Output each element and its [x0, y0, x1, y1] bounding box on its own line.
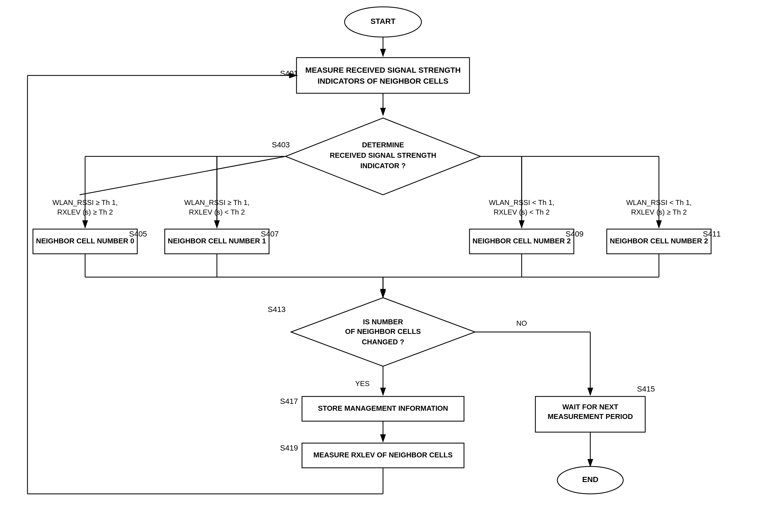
s413-text2: OF NEIGHBOR CELLS — [345, 327, 421, 336]
s405-label: S405 — [129, 230, 147, 238]
s405-text: NEIGHBOR CELL NUMBER 0 — [36, 237, 134, 245]
cond1-line1: WLAN_RSSI ≥ Th 1, — [52, 198, 118, 207]
s409-text: NEIGHBOR CELL NUMBER 2 — [473, 237, 571, 245]
yes-label: YES — [355, 379, 369, 388]
s407-text: NEIGHBOR CELL NUMBER 1 — [168, 237, 266, 245]
s419-text: MEASURE RXLEV OF NEIGHBOR CELLS — [313, 451, 453, 459]
cond3-line2: RXLEV (s) < Th 2 — [494, 208, 550, 216]
s403-text3: INDICATOR ? — [360, 162, 406, 170]
s415-label: S415 — [637, 385, 655, 393]
s413-text1: IS NUMBER — [363, 318, 403, 326]
s407-label: S407 — [261, 230, 279, 238]
s401-text1: MEASURE RECEIVED SIGNAL STRENGTH — [305, 66, 461, 74]
s417-label: S417 — [280, 397, 298, 406]
end-label: END — [582, 475, 598, 484]
s403-label: S403 — [272, 140, 290, 149]
s415-text1: WAIT FOR NEXT — [562, 403, 618, 411]
start-label: START — [370, 17, 396, 26]
cond4-line2: RXLEV (s) ≥ Th 2 — [631, 208, 687, 216]
cond2-line1: WLAN_RSSI ≥ Th 1, — [184, 198, 249, 207]
flowchart-container: START MEASURE RECEIVED SIGNAL STRENGTH I… — [0, 0, 766, 532]
s401-text2: INDICATORS OF NEIGHBOR CELLS — [318, 77, 449, 85]
s411-text: NEIGHBOR CELL NUMBER 2 — [610, 237, 708, 245]
svg-line-3 — [80, 156, 285, 195]
cond3-line1: WLAN_RSSI < Th 1, — [489, 198, 555, 207]
cond4-line1: WLAN_RSSI < Th 1, — [626, 198, 692, 207]
s413-label: S413 — [268, 305, 285, 314]
s419-label: S419 — [280, 444, 298, 452]
s403-text1: DETERMINE — [362, 141, 404, 149]
s411-label: S411 — [703, 230, 721, 238]
s417-text: STORE MANAGEMENT INFORMATION — [318, 404, 448, 412]
cond1-line2: RXLEV (s) ≥ Th 2 — [57, 208, 113, 216]
s401-label: S401 — [280, 69, 298, 78]
cond2-line2: RXLEV (s) < Th 2 — [189, 208, 245, 216]
no-label: NO — [517, 319, 527, 327]
s415-text2: MEASUREMENT PERIOD — [548, 412, 633, 421]
s409-label: S409 — [566, 230, 584, 238]
s413-text3: CHANGED ? — [362, 338, 405, 346]
s401-box — [296, 58, 470, 93]
s403-text2: RECEIVED SIGNAL STRENGTH — [330, 151, 436, 159]
